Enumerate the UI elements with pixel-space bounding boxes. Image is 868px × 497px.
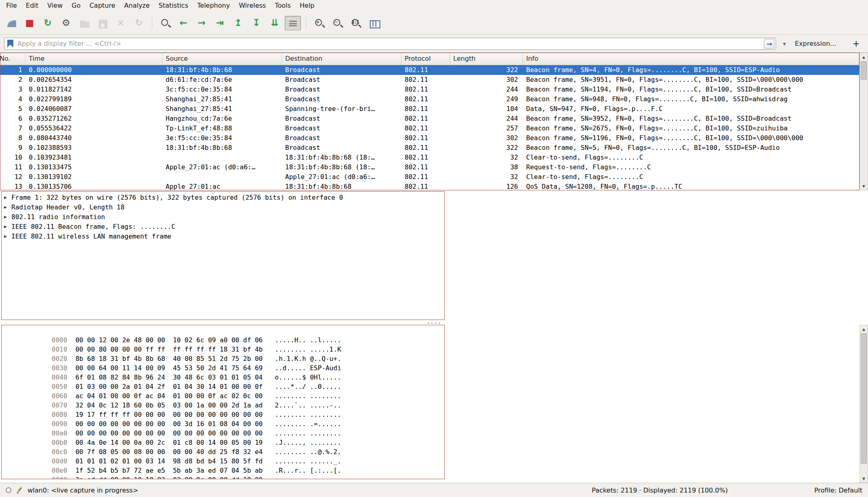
menu-edit[interactable]: Edit bbox=[21, 0, 43, 11]
scrollbar-thumb[interactable] bbox=[861, 333, 867, 464]
add-filter-button[interactable]: + bbox=[843, 38, 864, 49]
scroll-up-icon[interactable] bbox=[860, 325, 868, 333]
go-to-first-button[interactable]: ↥ bbox=[230, 16, 246, 30]
zoom-in-button[interactable]: + bbox=[311, 16, 327, 30]
column-header-destination[interactable]: Destination bbox=[282, 53, 401, 65]
scroll-up-icon[interactable] bbox=[860, 53, 868, 61]
packet-time: 0.022799189 bbox=[26, 94, 162, 104]
start-capture-button[interactable] bbox=[3, 16, 19, 30]
zoom-reset-button[interactable]: 1:1 bbox=[348, 16, 364, 30]
packet-info: Clear-to-send, Flags=........C bbox=[523, 172, 859, 182]
expert-info-icon[interactable] bbox=[6, 487, 11, 493]
scroll-down-icon[interactable] bbox=[860, 475, 868, 482]
packet-info: Beacon frame, SN=3951, FN=0, Flags=.....… bbox=[523, 75, 859, 85]
scrollbar-thumb[interactable] bbox=[861, 61, 867, 80]
detail-line[interactable]: Frame 1: 322 bytes on wire (2576 bits), … bbox=[2, 192, 444, 202]
packet-source: 18:31:bf:4b:8b:68 bbox=[162, 65, 282, 75]
go-back-button[interactable]: ← bbox=[175, 16, 192, 30]
detail-line[interactable]: Radiotap Header v0, Length 18 bbox=[2, 202, 444, 212]
go-to-last-button[interactable]: ↧ bbox=[248, 16, 264, 30]
packet-row[interactable]: 9 0.102388593 18:31:bf:4b:8b:68 Broadcas… bbox=[0, 143, 859, 153]
packet-info: Beacon frame, SN=4, FN=0, Flags=........… bbox=[523, 65, 859, 75]
menu-capture[interactable]: Capture bbox=[85, 0, 120, 11]
hex-scrollbar[interactable] bbox=[859, 325, 868, 483]
packet-no: 4 bbox=[0, 94, 26, 104]
menu-help[interactable]: Help bbox=[295, 0, 319, 11]
packet-row[interactable]: 5 0.024060087 Shanghai_27:85:41 Spanning… bbox=[0, 104, 859, 114]
menu-analyze[interactable]: Analyze bbox=[120, 0, 154, 11]
packet-row[interactable]: 2 0.002654354 d6:61:fe:cd:7a:6e Broadcas… bbox=[0, 75, 859, 85]
restart-capture-button[interactable]: ↻ bbox=[40, 16, 56, 30]
column-header-length[interactable]: Length bbox=[450, 53, 523, 65]
colorize-button[interactable] bbox=[285, 16, 301, 30]
detail-line[interactable]: 802.11 radio information bbox=[2, 212, 444, 222]
capture-comment-icon[interactable] bbox=[16, 487, 23, 493]
reload-capture-button[interactable]: ↻ bbox=[131, 16, 147, 30]
pane-grip-icon[interactable] bbox=[427, 322, 442, 324]
detail-line[interactable]: IEEE 802.11 Beacon frame, Flags: .......… bbox=[2, 222, 444, 231]
packet-row[interactable]: 1 0.000000000 18:31:bf:4b:8b:68 Broadcas… bbox=[0, 65, 859, 75]
packet-list-scrollbar[interactable] bbox=[859, 53, 868, 190]
packet-row[interactable]: 12 0.130139102 Apple_27:01:ac (d0:a6:… 8… bbox=[0, 172, 859, 182]
expand-arrow-icon[interactable] bbox=[4, 195, 11, 200]
hex-offset: 0080 bbox=[52, 411, 68, 418]
scrollbar-track[interactable] bbox=[860, 333, 868, 475]
menu-statistics[interactable]: Statistics bbox=[154, 0, 193, 11]
packet-row[interactable]: 8 0.080443740 3e:f5:cc:0e:35:84 Broadcas… bbox=[0, 133, 859, 143]
packet-list-header: No. Time Source Destination Protocol Len… bbox=[0, 53, 859, 65]
filter-bookmark-icon[interactable] bbox=[7, 40, 13, 47]
packet-row[interactable]: 10 0.103923481 18:31:bf:4b:8b:68 (18:… 8… bbox=[0, 153, 859, 162]
find-packet-button[interactable] bbox=[157, 16, 173, 30]
detail-line[interactable]: IEEE 802.11 wireless LAN management fram… bbox=[2, 231, 444, 241]
expression-button[interactable]: Expression... bbox=[792, 40, 838, 47]
menu-go[interactable]: Go bbox=[67, 0, 85, 11]
expand-arrow-icon[interactable] bbox=[4, 234, 11, 239]
hex-bytes: 01 01 01 02 01 00 03 14 98 d8 bd b4 15 8… bbox=[75, 457, 262, 465]
packet-length: 244 bbox=[450, 114, 523, 124]
column-header-protocol[interactable]: Protocol bbox=[401, 53, 450, 65]
scroll-down-icon[interactable] bbox=[860, 182, 868, 190]
go-forward-button[interactable]: → bbox=[194, 16, 210, 30]
expand-arrow-icon[interactable] bbox=[4, 205, 11, 210]
menu-view[interactable]: View bbox=[43, 0, 67, 11]
packet-destination: Broadcast bbox=[282, 94, 401, 104]
column-header-time[interactable]: Time bbox=[26, 53, 162, 65]
auto-scroll-button[interactable]: ⇊ bbox=[267, 16, 283, 30]
stop-capture-button[interactable]: ■ bbox=[21, 16, 38, 30]
scrollbar-track[interactable] bbox=[860, 61, 868, 182]
display-filter-input[interactable] bbox=[17, 38, 764, 49]
packet-time: 0.130135706 bbox=[26, 182, 162, 190]
packet-row[interactable]: 4 0.022799189 Shanghai_27:85:41 Broadcas… bbox=[0, 94, 859, 104]
packet-row[interactable]: 11 0.130133475 Apple_27:01:ac (d0:a6:… 1… bbox=[0, 162, 859, 172]
expand-arrow-icon[interactable] bbox=[4, 224, 11, 229]
expand-arrow-icon[interactable] bbox=[4, 214, 11, 220]
menu-file[interactable]: File bbox=[2, 0, 21, 11]
hex-dump: 000000 00 12 00 2e 48 00 00 10 02 6c 09 … bbox=[1, 325, 445, 479]
profile-button[interactable]: Profile: Default bbox=[733, 486, 862, 494]
apply-filter-button[interactable] bbox=[764, 39, 774, 49]
open-capture-button[interactable] bbox=[76, 16, 92, 30]
menu-telephony[interactable]: Telephony bbox=[193, 0, 235, 11]
packet-no: 8 bbox=[0, 133, 26, 143]
column-header-source[interactable]: Source bbox=[162, 53, 282, 65]
packet-row[interactable]: 7 0.055536422 Tp-LinkT_ef:48:88 Broadcas… bbox=[0, 124, 859, 133]
close-capture-button[interactable]: × bbox=[113, 16, 129, 30]
menu-wireless[interactable]: Wireless bbox=[235, 0, 271, 11]
column-header-no[interactable]: No. bbox=[0, 53, 26, 65]
capture-options-button[interactable]: ⚙ bbox=[58, 16, 74, 30]
filter-dropdown-icon[interactable] bbox=[780, 38, 788, 50]
hex-offset: 0040 bbox=[52, 373, 68, 381]
packet-row[interactable]: 6 0.035271262 Hangzhou_cd:7a:6e Broadcas… bbox=[0, 114, 859, 124]
packet-row[interactable]: 3 0.011827142 3c:f5:cc:0e:35:84 Broadcas… bbox=[0, 85, 859, 94]
resize-columns-button[interactable] bbox=[366, 16, 382, 30]
pane-separator[interactable] bbox=[0, 322, 868, 325]
column-header-info[interactable]: Info bbox=[523, 53, 859, 65]
save-capture-button[interactable] bbox=[94, 16, 111, 30]
packet-row[interactable]: 13 0.130135706 Apple_27:01:ac 18:31:bf:4… bbox=[0, 182, 859, 190]
zoom-out-button[interactable]: − bbox=[329, 16, 345, 30]
hex-row[interactable]: 000000 00 12 00 2e 48 00 00 10 02 6c 09 … bbox=[5, 326, 444, 335]
packet-source: Apple_27:01:ac bbox=[162, 182, 282, 190]
menu-tools[interactable]: Tools bbox=[271, 0, 295, 11]
packet-list-pane: No. Time Source Destination Protocol Len… bbox=[0, 53, 868, 190]
go-to-packet-button[interactable]: ⇥ bbox=[212, 16, 228, 30]
